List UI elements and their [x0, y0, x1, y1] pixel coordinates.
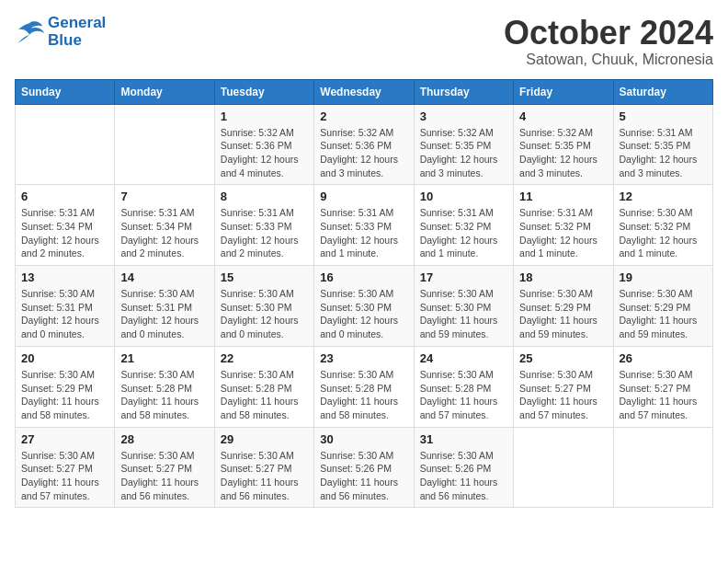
day-info: Sunrise: 5:30 AM Sunset: 5:27 PM Dayligh…	[120, 449, 208, 503]
week-row-2: 6Sunrise: 5:31 AM Sunset: 5:34 PM Daylig…	[16, 185, 713, 266]
day-info: Sunrise: 5:32 AM Sunset: 5:35 PM Dayligh…	[519, 126, 607, 180]
day-info: Sunrise: 5:32 AM Sunset: 5:36 PM Dayligh…	[221, 126, 308, 180]
title-block: October 2024 Satowan, Chuuk, Micronesia	[504, 15, 713, 68]
day-number: 16	[320, 270, 407, 284]
day-cell: 12Sunrise: 5:30 AM Sunset: 5:32 PM Dayli…	[613, 185, 712, 266]
day-number: 25	[519, 351, 607, 365]
day-info: Sunrise: 5:30 AM Sunset: 5:27 PM Dayligh…	[221, 449, 308, 503]
day-cell: 22Sunrise: 5:30 AM Sunset: 5:28 PM Dayli…	[214, 346, 313, 427]
day-cell: 29Sunrise: 5:30 AM Sunset: 5:27 PM Dayli…	[214, 427, 313, 508]
day-info: Sunrise: 5:31 AM Sunset: 5:34 PM Dayligh…	[21, 206, 108, 260]
day-number: 27	[21, 432, 108, 446]
day-info: Sunrise: 5:30 AM Sunset: 5:31 PM Dayligh…	[21, 287, 108, 341]
day-info: Sunrise: 5:31 AM Sunset: 5:32 PM Dayligh…	[519, 206, 607, 260]
day-number: 13	[21, 270, 108, 284]
logo-text: General Blue	[48, 15, 106, 49]
day-header-thursday: Thursday	[414, 79, 513, 104]
day-number: 31	[420, 432, 507, 446]
day-cell: 21Sunrise: 5:30 AM Sunset: 5:28 PM Dayli…	[115, 346, 214, 427]
day-cell: 7Sunrise: 5:31 AM Sunset: 5:34 PM Daylig…	[115, 185, 214, 266]
day-cell: 4Sunrise: 5:32 AM Sunset: 5:35 PM Daylig…	[514, 104, 613, 185]
day-number: 1	[221, 109, 308, 123]
day-info: Sunrise: 5:30 AM Sunset: 5:28 PM Dayligh…	[120, 368, 208, 422]
day-cell: 16Sunrise: 5:30 AM Sunset: 5:30 PM Dayli…	[314, 266, 414, 347]
logo: General Blue	[15, 15, 106, 49]
day-cell: 23Sunrise: 5:30 AM Sunset: 5:28 PM Dayli…	[314, 346, 414, 427]
day-info: Sunrise: 5:30 AM Sunset: 5:30 PM Dayligh…	[420, 287, 507, 341]
week-row-1: 1Sunrise: 5:32 AM Sunset: 5:36 PM Daylig…	[16, 104, 713, 185]
day-cell: 11Sunrise: 5:31 AM Sunset: 5:32 PM Dayli…	[514, 185, 613, 266]
day-cell: 3Sunrise: 5:32 AM Sunset: 5:35 PM Daylig…	[414, 104, 513, 185]
day-number: 3	[420, 109, 507, 123]
day-cell: 15Sunrise: 5:30 AM Sunset: 5:30 PM Dayli…	[214, 266, 313, 347]
day-number: 12	[620, 190, 707, 203]
day-info: Sunrise: 5:30 AM Sunset: 5:29 PM Dayligh…	[21, 368, 108, 422]
day-header-wednesday: Wednesday	[314, 79, 414, 104]
header-row: SundayMondayTuesdayWednesdayThursdayFrid…	[16, 79, 713, 104]
day-cell: 6Sunrise: 5:31 AM Sunset: 5:34 PM Daylig…	[16, 185, 115, 266]
day-info: Sunrise: 5:30 AM Sunset: 5:28 PM Dayligh…	[420, 368, 507, 422]
logo-icon	[15, 19, 44, 45]
day-cell: 26Sunrise: 5:30 AM Sunset: 5:27 PM Dayli…	[613, 346, 712, 427]
day-cell: 8Sunrise: 5:31 AM Sunset: 5:33 PM Daylig…	[214, 185, 313, 266]
day-number: 14	[120, 270, 208, 284]
day-info: Sunrise: 5:30 AM Sunset: 5:27 PM Dayligh…	[21, 449, 108, 503]
week-row-5: 27Sunrise: 5:30 AM Sunset: 5:27 PM Dayli…	[16, 427, 713, 508]
day-number: 8	[221, 190, 308, 203]
day-info: Sunrise: 5:30 AM Sunset: 5:32 PM Dayligh…	[620, 206, 707, 260]
day-info: Sunrise: 5:30 AM Sunset: 5:26 PM Dayligh…	[420, 449, 507, 503]
day-cell: 24Sunrise: 5:30 AM Sunset: 5:28 PM Dayli…	[414, 346, 513, 427]
day-info: Sunrise: 5:32 AM Sunset: 5:36 PM Dayligh…	[320, 126, 407, 180]
day-cell: 13Sunrise: 5:30 AM Sunset: 5:31 PM Dayli…	[16, 266, 115, 347]
day-cell: 18Sunrise: 5:30 AM Sunset: 5:29 PM Dayli…	[514, 266, 613, 347]
month-title: October 2024	[504, 15, 713, 52]
day-number: 10	[420, 190, 507, 203]
day-cell	[514, 427, 613, 508]
day-cell: 14Sunrise: 5:30 AM Sunset: 5:31 PM Dayli…	[115, 266, 214, 347]
day-header-monday: Monday	[115, 79, 214, 104]
day-cell: 28Sunrise: 5:30 AM Sunset: 5:27 PM Dayli…	[115, 427, 214, 508]
location: Satowan, Chuuk, Micronesia	[504, 52, 713, 68]
day-cell	[16, 104, 115, 185]
day-info: Sunrise: 5:30 AM Sunset: 5:27 PM Dayligh…	[620, 368, 707, 422]
day-number: 9	[320, 190, 407, 203]
day-number: 6	[21, 190, 108, 203]
day-header-friday: Friday	[514, 79, 613, 104]
day-info: Sunrise: 5:30 AM Sunset: 5:29 PM Dayligh…	[620, 287, 707, 341]
day-cell: 25Sunrise: 5:30 AM Sunset: 5:27 PM Dayli…	[514, 346, 613, 427]
day-number: 19	[620, 270, 707, 284]
day-number: 26	[620, 351, 707, 365]
day-number: 5	[620, 109, 707, 123]
day-number: 21	[120, 351, 208, 365]
day-number: 30	[320, 432, 407, 446]
day-info: Sunrise: 5:30 AM Sunset: 5:28 PM Dayligh…	[320, 368, 407, 422]
day-info: Sunrise: 5:32 AM Sunset: 5:35 PM Dayligh…	[420, 126, 507, 180]
day-info: Sunrise: 5:30 AM Sunset: 5:27 PM Dayligh…	[519, 368, 607, 422]
day-number: 15	[221, 270, 308, 284]
day-number: 18	[519, 270, 607, 284]
day-cell	[613, 427, 712, 508]
day-header-tuesday: Tuesday	[214, 79, 313, 104]
day-info: Sunrise: 5:31 AM Sunset: 5:33 PM Dayligh…	[221, 206, 308, 260]
day-number: 4	[519, 109, 607, 123]
day-info: Sunrise: 5:31 AM Sunset: 5:32 PM Dayligh…	[420, 206, 507, 260]
day-cell: 5Sunrise: 5:31 AM Sunset: 5:35 PM Daylig…	[613, 104, 712, 185]
day-number: 28	[120, 432, 208, 446]
week-row-4: 20Sunrise: 5:30 AM Sunset: 5:29 PM Dayli…	[16, 346, 713, 427]
day-cell: 30Sunrise: 5:30 AM Sunset: 5:26 PM Dayli…	[314, 427, 414, 508]
day-cell: 27Sunrise: 5:30 AM Sunset: 5:27 PM Dayli…	[16, 427, 115, 508]
day-cell: 9Sunrise: 5:31 AM Sunset: 5:33 PM Daylig…	[314, 185, 414, 266]
day-info: Sunrise: 5:31 AM Sunset: 5:35 PM Dayligh…	[620, 126, 707, 180]
week-row-3: 13Sunrise: 5:30 AM Sunset: 5:31 PM Dayli…	[16, 266, 713, 347]
page-header: General Blue October 2024 Satowan, Chuuk…	[15, 15, 713, 68]
day-info: Sunrise: 5:30 AM Sunset: 5:28 PM Dayligh…	[221, 368, 308, 422]
day-cell	[115, 104, 214, 185]
day-cell: 19Sunrise: 5:30 AM Sunset: 5:29 PM Dayli…	[613, 266, 712, 347]
day-cell: 2Sunrise: 5:32 AM Sunset: 5:36 PM Daylig…	[314, 104, 414, 185]
day-info: Sunrise: 5:31 AM Sunset: 5:34 PM Dayligh…	[120, 206, 208, 260]
day-cell: 17Sunrise: 5:30 AM Sunset: 5:30 PM Dayli…	[414, 266, 513, 347]
day-cell: 10Sunrise: 5:31 AM Sunset: 5:32 PM Dayli…	[414, 185, 513, 266]
day-number: 7	[120, 190, 208, 203]
day-number: 23	[320, 351, 407, 365]
day-header-sunday: Sunday	[16, 79, 115, 104]
